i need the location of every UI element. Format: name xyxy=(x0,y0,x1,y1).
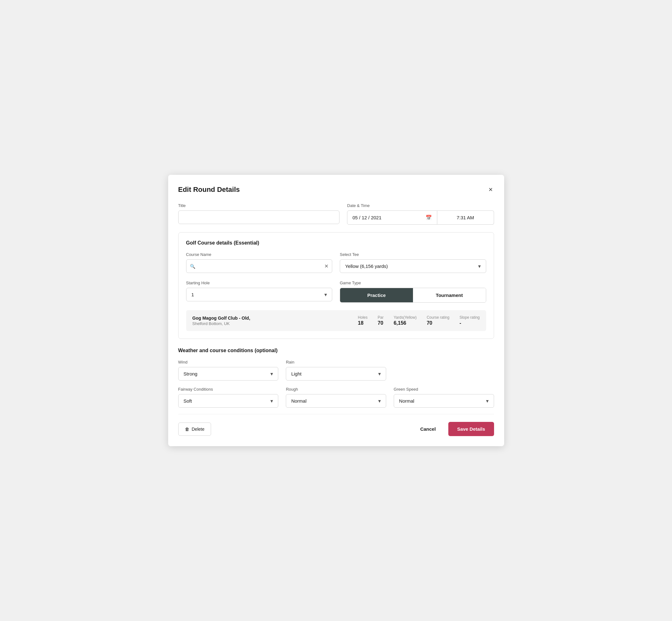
wind-wrapper: Calm Light Moderate Strong Very Strong ▼ xyxy=(178,367,279,380)
clear-icon[interactable]: ✕ xyxy=(324,263,328,269)
starting-hole-group: Starting Hole 1 ▼ xyxy=(186,281,333,303)
modal-footer: 🗑 Delete Cancel Save Details xyxy=(178,414,494,436)
fairway-dropdown[interactable]: Soft Normal Firm Very Firm xyxy=(178,394,279,408)
time-value: 7:31 AM xyxy=(457,215,474,220)
course-stats: Holes 18 Par 70 Yards(Yellow) 6,156 Cour… xyxy=(358,315,479,326)
rough-dropdown[interactable]: Short Normal Long Very Long xyxy=(286,394,386,408)
select-tee-dropdown[interactable]: Yellow (6,156 yards) xyxy=(340,259,486,273)
starting-hole-wrapper: 1 ▼ xyxy=(186,288,333,301)
rain-wrapper: None Light Moderate Heavy ▼ xyxy=(286,367,386,380)
fairway-group: Fairway Conditions Soft Normal Firm Very… xyxy=(178,387,279,408)
course-info-box: Gog Magog Golf Club - Old, Shelford Bott… xyxy=(186,310,486,331)
rating-value: 70 xyxy=(426,320,432,326)
title-input[interactable]: Morning round of golf xyxy=(178,210,340,224)
title-datetime-row: Title Morning round of golf Date & Time … xyxy=(178,203,494,225)
fairway-wrapper: Soft Normal Firm Very Firm ▼ xyxy=(178,394,279,408)
course-info-name: Gog Magog Golf Club - Old, Shelford Bott… xyxy=(193,316,358,326)
yards-stat: Yards(Yellow) 6,156 xyxy=(394,315,417,326)
title-label: Title xyxy=(178,203,340,208)
practice-button[interactable]: Practice xyxy=(340,288,413,302)
yards-value: 6,156 xyxy=(394,320,406,326)
slope-label: Slope rating xyxy=(459,315,479,320)
golf-course-section: Golf Course details (Essential) Course N… xyxy=(178,232,494,339)
wind-label: Wind xyxy=(178,360,279,365)
date-value: 05 / 12 / 2021 xyxy=(352,215,381,220)
date-input[interactable]: 05 / 12 / 2021 📅 xyxy=(347,210,437,225)
starting-hole-dropdown[interactable]: 1 xyxy=(186,288,333,301)
holes-stat: Holes 18 xyxy=(358,315,368,326)
datetime-label: Date & Time xyxy=(347,203,494,208)
green-speed-wrapper: Slow Normal Fast Very Fast ▼ xyxy=(394,394,494,408)
trash-icon: 🗑 xyxy=(185,427,189,432)
rain-group: Rain None Light Moderate Heavy ▼ xyxy=(286,360,386,380)
delete-button[interactable]: 🗑 Delete xyxy=(178,422,211,436)
green-speed-dropdown[interactable]: Slow Normal Fast Very Fast xyxy=(394,394,494,408)
rough-wrapper: Short Normal Long Very Long ▼ xyxy=(286,394,386,408)
rain-label: Rain xyxy=(286,360,386,365)
course-name-label: Course Name xyxy=(186,252,333,257)
course-location: Shelford Bottom, UK xyxy=(193,321,358,326)
par-label: Par xyxy=(378,315,384,320)
time-input[interactable]: 7:31 AM xyxy=(437,210,494,225)
slope-stat: Slope rating - xyxy=(459,315,479,326)
select-tee-label: Select Tee xyxy=(340,252,486,257)
hole-gametype-row: Starting Hole 1 ▼ Game Type Practice Tou… xyxy=(186,281,486,303)
course-tee-row: Course Name 🔍 Gog Magog Golf Club - Old … xyxy=(186,252,486,273)
save-button[interactable]: Save Details xyxy=(448,422,494,436)
close-button[interactable]: × xyxy=(488,185,494,194)
slope-value: - xyxy=(459,320,461,326)
select-tee-wrapper: Yellow (6,156 yards) ▼ xyxy=(340,259,486,273)
par-stat: Par 70 xyxy=(378,315,384,326)
cancel-button[interactable]: Cancel xyxy=(415,422,441,436)
select-tee-group: Select Tee Yellow (6,156 yards) ▼ xyxy=(340,252,486,273)
title-group: Title Morning round of golf xyxy=(178,203,340,225)
course-name-display: Gog Magog Golf Club - Old, xyxy=(193,316,358,321)
holes-value: 18 xyxy=(358,320,364,326)
delete-label: Delete xyxy=(192,427,204,432)
rating-label: Course rating xyxy=(426,315,449,320)
starting-hole-label: Starting Hole xyxy=(186,281,333,285)
fairway-rough-green-row: Fairway Conditions Soft Normal Firm Very… xyxy=(178,387,494,408)
footer-right: Cancel Save Details xyxy=(415,422,494,436)
edit-round-modal: Edit Round Details × Title Morning round… xyxy=(168,175,504,446)
green-speed-group: Green Speed Slow Normal Fast Very Fast ▼ xyxy=(394,387,494,408)
rain-spacer xyxy=(394,360,494,380)
search-icon: 🔍 xyxy=(190,264,195,269)
weather-section-title: Weather and course conditions (optional) xyxy=(178,348,494,354)
green-speed-label: Green Speed xyxy=(394,387,494,391)
rating-stat: Course rating 70 xyxy=(426,315,449,326)
rough-group: Rough Short Normal Long Very Long ▼ xyxy=(286,387,386,408)
par-value: 70 xyxy=(378,320,383,326)
course-name-input[interactable]: Gog Magog Golf Club - Old xyxy=(186,259,333,273)
golf-course-title: Golf Course details (Essential) xyxy=(186,240,486,246)
game-type-label: Game Type xyxy=(340,281,486,285)
holes-label: Holes xyxy=(358,315,368,320)
rough-label: Rough xyxy=(286,387,386,391)
course-name-search-wrapper: 🔍 Gog Magog Golf Club - Old ✕ xyxy=(186,259,333,273)
wind-group: Wind Calm Light Moderate Strong Very Str… xyxy=(178,360,279,380)
fairway-label: Fairway Conditions xyxy=(178,387,279,391)
wind-rain-row: Wind Calm Light Moderate Strong Very Str… xyxy=(178,360,494,380)
rain-dropdown[interactable]: None Light Moderate Heavy xyxy=(286,367,386,380)
date-time-wrapper: 05 / 12 / 2021 📅 7:31 AM xyxy=(347,210,494,225)
modal-title: Edit Round Details xyxy=(178,185,240,194)
datetime-group: Date & Time 05 / 12 / 2021 📅 7:31 AM xyxy=(347,203,494,225)
calendar-icon: 📅 xyxy=(426,215,432,220)
wind-dropdown[interactable]: Calm Light Moderate Strong Very Strong xyxy=(178,367,279,380)
game-type-group: Game Type Practice Tournament xyxy=(340,281,486,303)
yards-label: Yards(Yellow) xyxy=(394,315,417,320)
modal-header: Edit Round Details × xyxy=(178,185,494,194)
tournament-button[interactable]: Tournament xyxy=(413,288,486,302)
course-name-group: Course Name 🔍 Gog Magog Golf Club - Old … xyxy=(186,252,333,273)
game-type-toggle: Practice Tournament xyxy=(340,288,486,303)
weather-section: Weather and course conditions (optional)… xyxy=(178,348,494,408)
